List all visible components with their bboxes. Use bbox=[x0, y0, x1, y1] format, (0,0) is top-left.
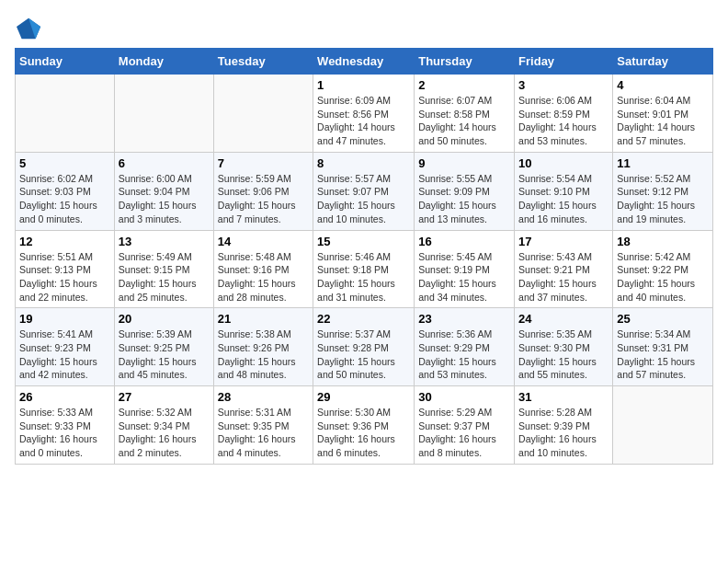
calendar-week-4: 26Sunrise: 5:33 AM Sunset: 9:33 PM Dayli… bbox=[16, 386, 713, 465]
day-number: 12 bbox=[19, 235, 110, 248]
day-number: 21 bbox=[218, 312, 309, 326]
day-info: Sunrise: 5:39 AM Sunset: 9:25 PM Dayligh… bbox=[119, 327, 210, 382]
calendar-cell: 1Sunrise: 6:09 AM Sunset: 8:56 PM Daylig… bbox=[313, 75, 415, 153]
calendar-week-2: 12Sunrise: 5:51 AM Sunset: 9:13 PM Dayli… bbox=[16, 230, 713, 308]
day-number: 5 bbox=[19, 156, 110, 170]
day-info: Sunrise: 6:02 AM Sunset: 9:03 PM Dayligh… bbox=[19, 172, 110, 226]
calendar-cell: 3Sunrise: 6:06 AM Sunset: 8:59 PM Daylig… bbox=[515, 75, 613, 153]
day-number: 9 bbox=[418, 156, 510, 170]
calendar-header-row: SundayMondayTuesdayWednesdayThursdayFrid… bbox=[16, 49, 713, 75]
calendar-cell: 13Sunrise: 5:49 AM Sunset: 9:15 PM Dayli… bbox=[114, 230, 213, 308]
calendar-cell: 23Sunrise: 5:36 AM Sunset: 9:29 PM Dayli… bbox=[415, 308, 515, 386]
calendar-cell: 20Sunrise: 5:39 AM Sunset: 9:25 PM Dayli… bbox=[114, 308, 213, 386]
day-number: 29 bbox=[317, 390, 410, 404]
day-info: Sunrise: 5:59 AM Sunset: 9:06 PM Dayligh… bbox=[218, 172, 309, 226]
calendar-cell: 12Sunrise: 5:51 AM Sunset: 9:13 PM Dayli… bbox=[16, 230, 115, 308]
day-info: Sunrise: 5:35 AM Sunset: 9:30 PM Dayligh… bbox=[518, 327, 609, 382]
calendar-cell: 10Sunrise: 5:54 AM Sunset: 9:10 PM Dayli… bbox=[515, 152, 613, 230]
day-info: Sunrise: 6:09 AM Sunset: 8:56 PM Dayligh… bbox=[317, 94, 410, 148]
col-header-wednesday: Wednesday bbox=[313, 49, 415, 75]
calendar-cell: 5Sunrise: 6:02 AM Sunset: 9:03 PM Daylig… bbox=[16, 152, 115, 230]
calendar-cell: 29Sunrise: 5:30 AM Sunset: 9:36 PM Dayli… bbox=[313, 386, 415, 465]
day-number: 24 bbox=[518, 312, 609, 326]
calendar-week-0: 1Sunrise: 6:09 AM Sunset: 8:56 PM Daylig… bbox=[16, 75, 713, 153]
day-info: Sunrise: 5:41 AM Sunset: 9:23 PM Dayligh… bbox=[19, 327, 110, 382]
day-info: Sunrise: 5:36 AM Sunset: 9:29 PM Dayligh… bbox=[418, 327, 510, 382]
calendar-week-1: 5Sunrise: 6:02 AM Sunset: 9:03 PM Daylig… bbox=[16, 152, 713, 230]
logo bbox=[15, 15, 39, 40]
day-info: Sunrise: 5:49 AM Sunset: 9:15 PM Dayligh… bbox=[119, 250, 210, 304]
calendar-cell: 6Sunrise: 6:00 AM Sunset: 9:04 PM Daylig… bbox=[114, 152, 213, 230]
calendar-cell: 17Sunrise: 5:43 AM Sunset: 9:21 PM Dayli… bbox=[515, 230, 613, 308]
day-number: 13 bbox=[119, 235, 210, 248]
calendar-table: SundayMondayTuesdayWednesdayThursdayFrid… bbox=[15, 48, 713, 465]
day-info: Sunrise: 5:31 AM Sunset: 9:35 PM Dayligh… bbox=[218, 406, 309, 460]
day-number: 30 bbox=[418, 390, 510, 404]
calendar-cell bbox=[114, 75, 213, 153]
day-number: 19 bbox=[19, 312, 110, 326]
calendar-cell: 15Sunrise: 5:46 AM Sunset: 9:18 PM Dayli… bbox=[313, 230, 415, 308]
day-number: 17 bbox=[518, 235, 609, 248]
calendar-cell: 14Sunrise: 5:48 AM Sunset: 9:16 PM Dayli… bbox=[213, 230, 313, 308]
day-number: 18 bbox=[617, 235, 709, 248]
day-info: Sunrise: 5:37 AM Sunset: 9:28 PM Dayligh… bbox=[317, 327, 410, 382]
col-header-sunday: Sunday bbox=[16, 49, 115, 75]
day-info: Sunrise: 5:29 AM Sunset: 9:37 PM Dayligh… bbox=[418, 406, 510, 460]
calendar-cell: 7Sunrise: 5:59 AM Sunset: 9:06 PM Daylig… bbox=[213, 152, 313, 230]
day-number: 22 bbox=[317, 312, 410, 326]
day-number: 4 bbox=[617, 78, 709, 92]
calendar-week-3: 19Sunrise: 5:41 AM Sunset: 9:23 PM Dayli… bbox=[16, 308, 713, 386]
calendar-cell: 8Sunrise: 5:57 AM Sunset: 9:07 PM Daylig… bbox=[313, 152, 415, 230]
day-number: 7 bbox=[218, 156, 309, 170]
day-number: 16 bbox=[418, 235, 510, 248]
day-number: 23 bbox=[418, 312, 510, 326]
day-info: Sunrise: 6:06 AM Sunset: 8:59 PM Dayligh… bbox=[518, 94, 609, 148]
day-info: Sunrise: 5:34 AM Sunset: 9:31 PM Dayligh… bbox=[617, 327, 709, 382]
day-number: 8 bbox=[317, 156, 410, 170]
day-info: Sunrise: 5:32 AM Sunset: 9:34 PM Dayligh… bbox=[119, 406, 210, 460]
page-header bbox=[15, 15, 713, 40]
day-info: Sunrise: 5:45 AM Sunset: 9:19 PM Dayligh… bbox=[418, 250, 510, 304]
day-info: Sunrise: 5:28 AM Sunset: 9:39 PM Dayligh… bbox=[518, 406, 609, 460]
calendar-cell: 19Sunrise: 5:41 AM Sunset: 9:23 PM Dayli… bbox=[16, 308, 115, 386]
day-number: 28 bbox=[218, 390, 309, 404]
col-header-tuesday: Tuesday bbox=[213, 49, 313, 75]
day-info: Sunrise: 6:00 AM Sunset: 9:04 PM Dayligh… bbox=[119, 172, 210, 226]
day-number: 2 bbox=[418, 78, 510, 92]
calendar-cell: 27Sunrise: 5:32 AM Sunset: 9:34 PM Dayli… bbox=[114, 386, 213, 465]
calendar-cell: 28Sunrise: 5:31 AM Sunset: 9:35 PM Dayli… bbox=[213, 386, 313, 465]
calendar-cell bbox=[16, 75, 115, 153]
day-number: 15 bbox=[317, 235, 410, 248]
calendar-cell: 2Sunrise: 6:07 AM Sunset: 8:58 PM Daylig… bbox=[415, 75, 515, 153]
day-info: Sunrise: 5:57 AM Sunset: 9:07 PM Dayligh… bbox=[317, 172, 410, 226]
calendar-cell: 24Sunrise: 5:35 AM Sunset: 9:30 PM Dayli… bbox=[515, 308, 613, 386]
logo-icon bbox=[17, 15, 42, 40]
day-number: 14 bbox=[218, 235, 309, 248]
day-number: 3 bbox=[518, 78, 609, 92]
calendar-cell: 4Sunrise: 6:04 AM Sunset: 9:01 PM Daylig… bbox=[613, 75, 713, 153]
calendar-cell: 18Sunrise: 5:42 AM Sunset: 9:22 PM Dayli… bbox=[613, 230, 713, 308]
col-header-monday: Monday bbox=[114, 49, 213, 75]
calendar-cell: 21Sunrise: 5:38 AM Sunset: 9:26 PM Dayli… bbox=[213, 308, 313, 386]
day-info: Sunrise: 5:30 AM Sunset: 9:36 PM Dayligh… bbox=[317, 406, 410, 460]
calendar-cell: 22Sunrise: 5:37 AM Sunset: 9:28 PM Dayli… bbox=[313, 308, 415, 386]
day-number: 26 bbox=[19, 390, 110, 404]
day-number: 6 bbox=[119, 156, 210, 170]
col-header-friday: Friday bbox=[515, 49, 613, 75]
day-number: 20 bbox=[119, 312, 210, 326]
day-info: Sunrise: 5:55 AM Sunset: 9:09 PM Dayligh… bbox=[418, 172, 510, 226]
col-header-saturday: Saturday bbox=[613, 49, 713, 75]
calendar-cell: 31Sunrise: 5:28 AM Sunset: 9:39 PM Dayli… bbox=[515, 386, 613, 465]
calendar-cell: 11Sunrise: 5:52 AM Sunset: 9:12 PM Dayli… bbox=[613, 152, 713, 230]
day-info: Sunrise: 5:52 AM Sunset: 9:12 PM Dayligh… bbox=[617, 172, 709, 226]
day-info: Sunrise: 5:54 AM Sunset: 9:10 PM Dayligh… bbox=[518, 172, 609, 226]
day-number: 27 bbox=[119, 390, 210, 404]
day-info: Sunrise: 5:51 AM Sunset: 9:13 PM Dayligh… bbox=[19, 250, 110, 304]
day-info: Sunrise: 5:33 AM Sunset: 9:33 PM Dayligh… bbox=[19, 406, 110, 460]
day-info: Sunrise: 5:46 AM Sunset: 9:18 PM Dayligh… bbox=[317, 250, 410, 304]
day-number: 25 bbox=[617, 312, 709, 326]
calendar-cell: 25Sunrise: 5:34 AM Sunset: 9:31 PM Dayli… bbox=[613, 308, 713, 386]
day-info: Sunrise: 6:07 AM Sunset: 8:58 PM Dayligh… bbox=[418, 94, 510, 148]
calendar-cell: 9Sunrise: 5:55 AM Sunset: 9:09 PM Daylig… bbox=[415, 152, 515, 230]
day-number: 1 bbox=[317, 78, 410, 92]
